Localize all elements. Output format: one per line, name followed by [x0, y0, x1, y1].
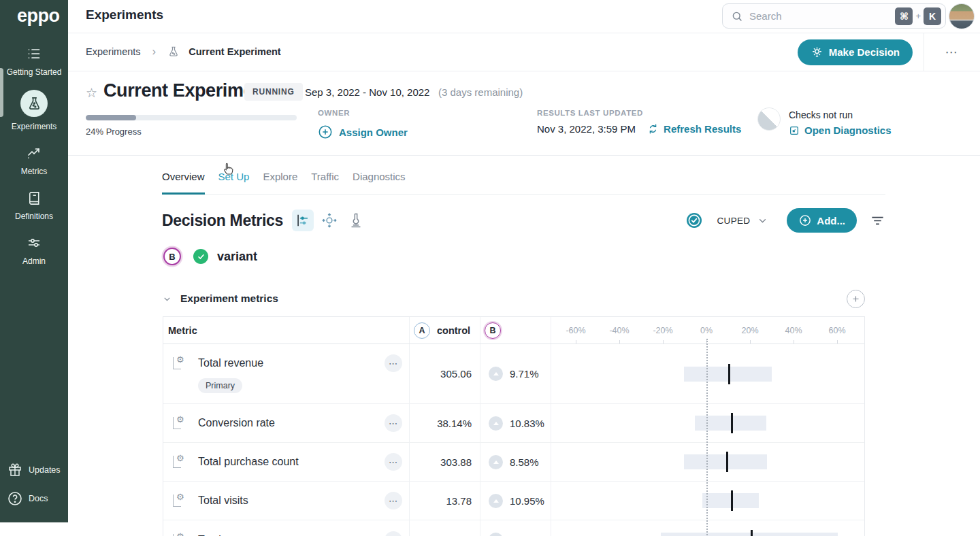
checks-block: Checks not run Open Diagnostics: [757, 107, 892, 136]
section-title: Experiment metrics: [180, 292, 278, 305]
progress-fill: [86, 115, 136, 120]
sidebar-item-metrics[interactable]: Metrics: [0, 138, 68, 183]
axis-tick-label: -60%: [566, 326, 585, 335]
breadcrumb-current: Current Experiment: [189, 46, 280, 57]
add-metric-button[interactable]: Add...: [787, 208, 857, 233]
lift-direction-icon: [489, 416, 503, 431]
chevron-down-icon: [757, 215, 768, 227]
sidebar-item-label: Admin: [22, 256, 46, 266]
tab-diagnostics[interactable]: Diagnostics: [353, 161, 406, 194]
owner-block: OWNER Assign Owner: [318, 109, 408, 139]
app-window: eppo Getting StartedExperimentsMetricsDe…: [0, 0, 980, 536]
tab-set-up[interactable]: Set Up: [218, 161, 250, 194]
date-range: Sep 3, 2022 - Nov 10, 2022: [305, 86, 429, 98]
refresh-results-button[interactable]: Refresh Results: [647, 123, 741, 135]
breadcrumb-chevron-icon: ›: [152, 45, 157, 58]
variant-b-badge: B: [163, 248, 181, 265]
sidebar-item-docs[interactable]: Docs: [0, 484, 68, 513]
view-switcher: [292, 210, 367, 231]
lift-direction-icon: [489, 533, 503, 536]
lift-direction-icon: [489, 494, 503, 508]
search-box[interactable]: ⌘ + K: [722, 3, 946, 29]
metric-name[interactable]: Total visits: [198, 495, 248, 507]
confidence-interval-bar: [661, 533, 838, 536]
sidebar: eppo Getting StartedExperimentsMetricsDe…: [0, 0, 68, 522]
filter-button[interactable]: [870, 213, 885, 229]
days-remaining: (3 days remaining): [438, 86, 523, 98]
top-bar: Experiments ⌘ + K: [68, 0, 980, 33]
confidence-interval-bar: [684, 454, 767, 469]
search-input[interactable]: [749, 10, 895, 22]
more-options-button[interactable]: ⋯: [936, 44, 968, 60]
metric-table-row: ⚙ Total purchase count ⋯ 303.88 8.58%: [163, 443, 864, 482]
collapse-chevron-icon[interactable]: [162, 294, 172, 304]
header-actions: Make Decision ⋯: [798, 33, 980, 71]
make-decision-button[interactable]: Make Decision: [798, 39, 913, 65]
sidebar-item-admin[interactable]: Admin: [0, 228, 68, 273]
confidence-interval-cell: [551, 404, 866, 442]
row-menu-button[interactable]: ⋯: [385, 453, 402, 471]
breadcrumb-parent[interactable]: Experiments: [86, 46, 141, 57]
metric-name[interactable]: Total purchase count: [198, 456, 299, 468]
axis-tick-mark: [794, 340, 794, 344]
microscope-view-button[interactable]: [345, 210, 367, 231]
eppo-logo[interactable]: eppo: [0, 0, 68, 27]
metric-table-row: ⚙ Total visits ⋯ 13.78 10.95%: [163, 482, 864, 520]
chart-icon: [25, 144, 43, 162]
filter-icon: [870, 213, 885, 229]
favorite-star-icon[interactable]: ☆: [86, 85, 97, 101]
table-header: Metric A control B -60%-40%-20%0%20%40%6…: [163, 317, 864, 344]
confidence-interval-cell: [551, 520, 866, 536]
confidence-interval-cell: [551, 344, 866, 403]
shortcut-plus: +: [915, 11, 921, 21]
tab-traffic[interactable]: Traffic: [311, 161, 339, 194]
user-avatar[interactable]: [949, 3, 975, 29]
assign-owner-button[interactable]: Assign Owner: [318, 124, 408, 139]
row-menu-button[interactable]: ⋯: [385, 531, 402, 536]
microscope-view-icon: [348, 212, 364, 229]
add-experiment-metric-button[interactable]: [847, 290, 865, 308]
metric-name[interactable]: Total revenue: [198, 357, 263, 369]
open-diagnostics-icon: [789, 125, 800, 136]
sidebar-item-definitions[interactable]: Definitions: [0, 183, 68, 228]
breadcrumb-bar: Experiments › Current Experiment Make De…: [68, 33, 980, 71]
sidebar-footer: UpdatesDocs: [0, 456, 68, 513]
tab-explore[interactable]: Explore: [263, 161, 297, 194]
checks-gauge-icon: [757, 107, 781, 131]
open-diagnostics-button[interactable]: Open Diagnostics: [789, 124, 892, 136]
sidebar-item-experiments[interactable]: Experiments: [0, 84, 68, 138]
cuped-dropdown[interactable]: [757, 215, 768, 227]
sliders-icon: [25, 234, 43, 252]
refresh-icon: [647, 123, 659, 135]
results-updated-time: Nov 3, 2022, 3:59 PM: [537, 123, 636, 135]
metric-name[interactable]: Conversion rate: [198, 417, 275, 429]
sidebar-item-label: Updates: [29, 465, 61, 475]
row-menu-button[interactable]: ⋯: [385, 492, 402, 509]
row-menu-button[interactable]: ⋯: [385, 414, 402, 432]
tab-overview[interactable]: Overview: [162, 161, 205, 194]
question-icon: [7, 490, 23, 507]
lift-direction-icon: [489, 455, 503, 469]
lift-direction-icon: [489, 367, 503, 381]
owner-label: OWNER: [318, 109, 408, 117]
cuped-enabled-check-icon[interactable]: [686, 212, 702, 229]
sidebar-item-getting-started[interactable]: Getting Started: [0, 39, 68, 84]
sidebar-item-label: Docs: [29, 494, 48, 503]
axis-tick-label: -40%: [609, 326, 629, 335]
lift-marker: [751, 530, 753, 536]
book-icon: [25, 189, 43, 207]
interval-view-button[interactable]: [292, 210, 314, 231]
metric-name[interactable]: Total …: [198, 534, 235, 536]
results-block: RESULTS LAST UPDATED Nov 3, 2022, 3:59 P…: [537, 109, 741, 135]
move-view-button[interactable]: [318, 210, 340, 231]
sidebar-item-label: Metrics: [21, 167, 48, 176]
sidebar-item-label: Experiments: [12, 122, 57, 131]
sidebar-item-updates[interactable]: Updates: [0, 456, 68, 484]
metric-table-row: ⚙ Total … ⋯: [163, 520, 864, 536]
primary-metric-badge: Primary: [198, 378, 242, 393]
metric-table-row: ⚙ Conversion rate ⋯ 38.14% 10.83%: [163, 404, 864, 443]
sidebar-nav: Getting StartedExperimentsMetricsDefinit…: [0, 39, 68, 273]
row-menu-button[interactable]: ⋯: [385, 354, 402, 372]
control-value: [410, 520, 480, 536]
lift-marker: [731, 490, 733, 511]
